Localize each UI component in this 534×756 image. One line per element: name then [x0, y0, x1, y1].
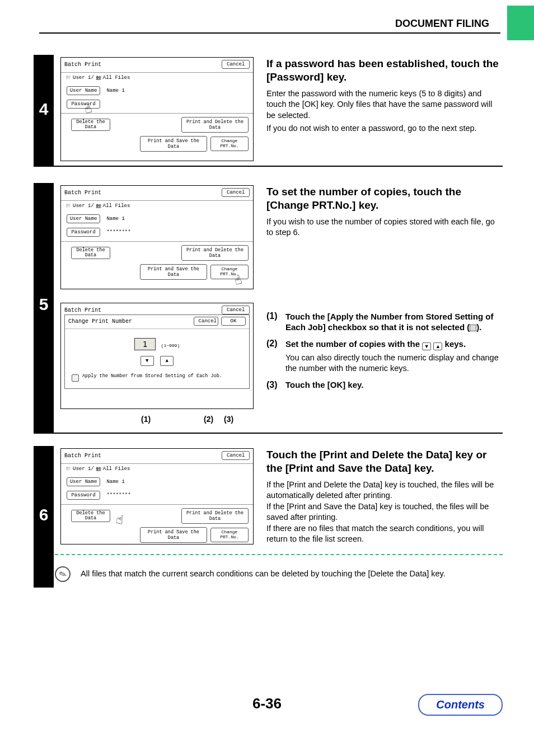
crumb-files: All Files	[103, 75, 130, 81]
user-name-button[interactable]: User Name	[67, 86, 100, 95]
step6-heading: Touch the [Print and Delete the Data] ke…	[266, 448, 503, 475]
list2-text2: keys.	[442, 339, 466, 349]
step-number-5: 5	[34, 295, 54, 314]
step4-heading: If a password has been established, touc…	[266, 57, 503, 84]
group-icon	[96, 203, 101, 209]
list3-text: Touch the [OK] key.	[285, 380, 503, 390]
panel-step5b: Batch Print Cancel Change Print Number C…	[60, 303, 254, 409]
list2-sub: You can also directly touch the numeric …	[285, 353, 503, 374]
panel-title: Batch Print	[64, 62, 101, 68]
step6-body1: If the [Print and Delete the Data] key i…	[266, 480, 503, 501]
breadcrumb: User 1/ All Files	[61, 201, 253, 211]
password-button[interactable]: Password	[67, 228, 100, 237]
header-section: DOCUMENT FILING	[395, 18, 489, 30]
dialog-title: Change Print Number	[68, 318, 132, 325]
crumb-files: All Files	[103, 466, 130, 472]
password-value: ********	[106, 229, 130, 235]
breadcrumb: User 1/ All Files	[61, 73, 253, 83]
delete-data-button[interactable]: Delete the Data	[71, 247, 110, 259]
folder-icon	[65, 466, 71, 472]
print-delete-button[interactable]: Print and Delete the Data	[181, 117, 249, 133]
apply-checkbox[interactable]	[72, 374, 79, 382]
outer-cancel-button[interactable]: Cancel	[222, 306, 250, 314]
change-prt-button[interactable]: Change PRT.No.	[210, 528, 249, 542]
list-num-1: (1)	[266, 311, 281, 333]
step4-body1: Enter the password with the numeric keys…	[266, 88, 503, 121]
arrow-down-icon: ▼	[422, 342, 431, 350]
checkbox-icon	[470, 325, 476, 331]
panel-step5a: Batch Print Cancel User 1/ All Files Use…	[60, 185, 254, 289]
crumb-user: User 1/	[73, 203, 94, 209]
copies-display[interactable]: 1	[134, 338, 156, 350]
step-col-end	[34, 585, 54, 588]
print-save-button[interactable]: Print and Save the Data	[140, 136, 207, 152]
change-prt-button[interactable]: Change PRT.No.	[210, 265, 249, 279]
step-divider	[34, 433, 503, 434]
crumb-user: User 1/	[73, 466, 94, 472]
folder-icon	[65, 203, 71, 209]
user-name-button[interactable]: User Name	[67, 477, 100, 486]
step-number-col: 4	[34, 55, 54, 167]
step5-heading: To set the number of copies, touch the […	[266, 185, 503, 212]
group-icon	[96, 75, 101, 81]
folder-icon	[65, 75, 71, 81]
step-number-col: 5	[34, 183, 54, 434]
list-num-3: (3)	[266, 380, 281, 390]
user-name-value: Name 1	[106, 88, 124, 93]
list2-text: Set the number of copies with the	[285, 339, 422, 349]
dialog-ok-button[interactable]: OK	[221, 317, 246, 326]
change-prt-button[interactable]: Change PRT.No.	[210, 137, 249, 151]
crumb-files: All Files	[103, 203, 130, 209]
user-name-value: Name 1	[106, 216, 124, 222]
change-print-number-dialog: Change Print Number Cancel OK 1 (1~999) …	[64, 314, 250, 389]
step-number-col: 6	[34, 446, 54, 585]
delete-data-button[interactable]: Delete the Data	[71, 119, 110, 131]
list1-text2: ).	[476, 322, 481, 332]
cancel-button[interactable]: Cancel	[222, 451, 250, 460]
dashed-divider	[55, 554, 503, 555]
print-save-button[interactable]: Print and Save the Data	[140, 527, 207, 543]
header-rule	[39, 32, 500, 34]
password-button[interactable]: Password	[67, 491, 100, 500]
step5-body1: If you wish to use the number of copies …	[266, 217, 503, 238]
panel-title: Batch Print	[64, 453, 101, 459]
copies-range: (1~999)	[161, 343, 180, 348]
list1-text: Touch the [Apply the Number from Stored …	[285, 312, 493, 332]
user-name-button[interactable]: User Name	[67, 214, 100, 223]
step6-body2: If the [Print and Save the Data] key is …	[266, 501, 503, 523]
group-icon	[96, 466, 101, 472]
dialog-cancel-button[interactable]: Cancel	[194, 317, 218, 326]
arrow-down-button[interactable]: ▼	[140, 356, 154, 366]
crumb-user: User 1/	[73, 75, 94, 81]
print-save-button[interactable]: Print and Save the Data	[140, 264, 207, 280]
note-text: All files that match the current search …	[81, 569, 446, 580]
cancel-button[interactable]: Cancel	[222, 188, 250, 197]
contents-link[interactable]: Contents	[418, 694, 503, 716]
step4-body2: If you do not wish to enter a password, …	[266, 123, 503, 134]
callout-1: (1)	[141, 415, 151, 424]
step-number-6: 6	[34, 505, 54, 524]
step-number-4: 4	[34, 100, 54, 119]
password-value: ********	[106, 492, 130, 498]
step-divider	[34, 166, 503, 167]
outer-panel-title: Batch Print	[64, 307, 101, 313]
callout-2: (2)	[204, 415, 213, 424]
hand-cursor-icon: ☝	[115, 512, 125, 528]
user-name-value: Name 1	[106, 479, 124, 485]
delete-data-button[interactable]: Delete the Data	[71, 510, 110, 522]
print-delete-button[interactable]: Print and Delete the Data	[181, 508, 249, 524]
callout-3: (3)	[224, 415, 233, 424]
breadcrumb: User 1/ All Files	[61, 464, 253, 474]
apply-checkbox-label: Apply the Number from Stored Setting of …	[82, 374, 222, 379]
step6-body3: If there are no files that match the sea…	[266, 523, 503, 545]
cancel-button[interactable]: Cancel	[222, 60, 250, 69]
list-num-2: (2)	[266, 339, 281, 374]
panel-step6: Batch Print Cancel User 1/ All Files Use…	[60, 448, 254, 544]
side-tab	[507, 6, 534, 40]
panel-step4: Batch Print Cancel User 1/ All Files Use…	[60, 57, 254, 161]
arrow-up-icon: ▲	[433, 342, 442, 350]
panel-title: Batch Print	[64, 190, 101, 196]
note-icon: ✎	[53, 564, 73, 584]
arrow-up-button[interactable]: ▲	[160, 356, 174, 366]
print-delete-button[interactable]: Print and Delete the Data	[181, 245, 249, 261]
